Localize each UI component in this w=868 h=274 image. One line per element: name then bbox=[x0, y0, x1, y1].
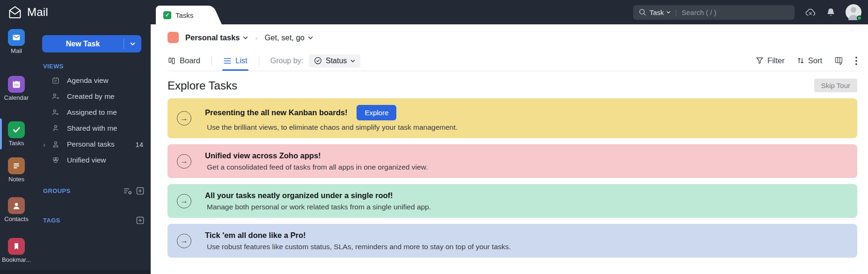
bookmark-icon bbox=[8, 238, 25, 255]
chevron-down-icon bbox=[666, 11, 671, 14]
banner-unified-view: → Unified view across Zoho apps! Get a c… bbox=[168, 144, 857, 178]
explore-header: Explore Tasks Skip Tour bbox=[168, 79, 857, 92]
cloud-offline-icon[interactable] bbox=[805, 7, 816, 17]
group-by-label: Group by: bbox=[270, 57, 303, 65]
sort-button[interactable]: Sort bbox=[797, 56, 822, 65]
online-status-dot bbox=[857, 15, 862, 21]
person-arrow-in-icon bbox=[51, 108, 61, 117]
banner-single-roof: → All your tasks neatly organized under … bbox=[168, 184, 857, 218]
logo-text: Mail bbox=[27, 6, 48, 19]
sidebar-item-unified-view[interactable]: Unified view bbox=[33, 152, 151, 168]
sort-arrows-icon bbox=[797, 57, 804, 65]
arrow-right-icon[interactable]: → bbox=[177, 234, 191, 248]
breadcrumb-list-dropdown[interactable]: Personal tasks bbox=[185, 33, 248, 42]
breadcrumb-separator: › bbox=[252, 34, 260, 42]
left-dark-panel: Mail Calendar Tasks bbox=[0, 24, 151, 274]
search-divider: | bbox=[674, 8, 678, 16]
filter-button[interactable]: Filter bbox=[756, 56, 785, 65]
contacts-icon bbox=[8, 197, 25, 214]
breadcrumb-view-dropdown[interactable]: Get, set, go bbox=[264, 33, 313, 42]
rail-item-mail[interactable]: Mail bbox=[0, 29, 33, 54]
columns-icon bbox=[834, 56, 843, 65]
rail-item-tasks[interactable]: Tasks bbox=[0, 121, 33, 147]
status-check-icon bbox=[314, 57, 322, 65]
sidebar-item-personal-tasks[interactable]: › Personal tasks 14 bbox=[33, 136, 151, 152]
banner-kanban: → Presenting the all new Kanban boards! … bbox=[168, 98, 857, 138]
mail-icon bbox=[8, 29, 25, 46]
add-tag-icon[interactable] bbox=[136, 216, 144, 224]
kebab-menu-icon bbox=[855, 57, 857, 65]
topbar-right: Task | Search ( / ) bbox=[633, 4, 868, 20]
person-share-icon bbox=[51, 124, 61, 133]
banner-title: All your tasks neatly organized under a … bbox=[205, 191, 393, 200]
avatar-silhouette bbox=[851, 7, 856, 13]
columns-button[interactable] bbox=[834, 56, 843, 65]
breadcrumb: Personal tasks › Get, set, go bbox=[168, 24, 857, 51]
search-scope-dropdown[interactable]: Task bbox=[649, 8, 671, 16]
banner-pro: → Tick 'em all done like a Pro! Use robu… bbox=[168, 224, 857, 258]
main-content: Personal tasks › Get, set, go Board List bbox=[151, 24, 868, 274]
search-icon bbox=[639, 8, 646, 16]
page-title: Explore Tasks bbox=[168, 79, 237, 92]
person-arrow-out-icon bbox=[51, 92, 61, 101]
group-by-status-dropdown[interactable]: Status bbox=[309, 54, 360, 67]
skip-tour-button[interactable]: Skip Tour bbox=[814, 79, 857, 92]
banner-title: Presenting the all new Kanban boards! bbox=[205, 108, 347, 117]
banner-subtitle: Use the brilliant views, to eliminate ch… bbox=[205, 123, 458, 132]
tour-banners: → Presenting the all new Kanban boards! … bbox=[168, 98, 857, 258]
chevron-down-icon bbox=[350, 59, 355, 62]
banner-title: Unified view across Zoho apps! bbox=[205, 151, 321, 160]
chevron-down-icon bbox=[243, 36, 248, 39]
arrow-right-icon[interactable]: → bbox=[177, 111, 191, 126]
sidebar-item-agenda-view[interactable]: Agenda view bbox=[33, 73, 151, 89]
chevron-down-icon bbox=[308, 36, 313, 39]
sidebar-bottom-strip bbox=[0, 270, 151, 274]
app-rail: Mail Calendar Tasks bbox=[0, 24, 33, 274]
unified-circles-icon bbox=[51, 156, 61, 164]
notifications-bell-icon[interactable] bbox=[826, 7, 835, 17]
banner-subtitle: Get a consolidated feed of tasks from al… bbox=[205, 163, 428, 171]
sidebar: New Task VIEWS Agenda view bbox=[33, 24, 151, 274]
person-icon bbox=[51, 140, 61, 148]
banner-subtitle: Use robust features like custom status, … bbox=[205, 243, 511, 251]
sidebar-item-created-by-me[interactable]: Created by me bbox=[33, 89, 151, 104]
rail-item-notes[interactable]: Notes bbox=[0, 157, 33, 183]
zoho-mail-logo[interactable]: Mail bbox=[0, 6, 48, 19]
board-icon bbox=[168, 57, 176, 65]
agenda-icon bbox=[51, 76, 61, 85]
filter-funnel-icon bbox=[756, 57, 764, 65]
personal-tasks-count: 14 bbox=[135, 141, 143, 148]
tab-list[interactable]: List bbox=[223, 51, 248, 71]
new-task-dropdown-icon[interactable] bbox=[124, 42, 141, 45]
tab-label: Tasks bbox=[175, 11, 193, 19]
new-task-button[interactable]: New Task bbox=[42, 35, 141, 52]
tasks-icon bbox=[8, 121, 25, 138]
arrow-right-icon[interactable]: → bbox=[177, 194, 191, 208]
manage-groups-icon[interactable] bbox=[123, 187, 132, 195]
add-group-icon[interactable] bbox=[136, 187, 144, 195]
user-avatar[interactable] bbox=[846, 4, 861, 20]
search-bar[interactable]: Task | Search ( / ) bbox=[633, 5, 795, 20]
more-options-button[interactable] bbox=[855, 57, 857, 65]
banner-subtitle: Manage both personal or work related tas… bbox=[205, 203, 431, 211]
tags-header: TAGS bbox=[43, 216, 151, 224]
mail-logo-icon bbox=[7, 6, 22, 19]
list-color-swatch bbox=[168, 32, 179, 43]
rail-item-contacts[interactable]: Contacts bbox=[0, 197, 33, 222]
topbar: Mail ✓ Tasks Task | Search ( / ) bbox=[0, 0, 868, 24]
views-header: VIEWS bbox=[43, 63, 151, 70]
tab-tasks[interactable]: ✓ Tasks bbox=[156, 6, 206, 24]
sidebar-item-assigned-to-me[interactable]: Assigned to me bbox=[33, 104, 151, 120]
groups-header: GROUPS bbox=[43, 187, 151, 195]
sidebar-item-shared-with-me[interactable]: Shared with me bbox=[33, 120, 151, 136]
search-input[interactable]: Search ( / ) bbox=[682, 8, 716, 16]
tab-board[interactable]: Board bbox=[168, 51, 200, 71]
rail-item-calendar[interactable]: Calendar bbox=[0, 76, 33, 101]
view-toolbar: Board List Group by: Status Fi bbox=[168, 51, 857, 71]
explore-button[interactable]: Explore bbox=[357, 105, 396, 120]
notes-icon bbox=[8, 157, 25, 174]
expand-chevron-icon[interactable]: › bbox=[43, 141, 45, 148]
zoho-mail-tasks-app: Mail ✓ Tasks Task | Search ( / ) bbox=[0, 0, 868, 274]
arrow-right-icon[interactable]: → bbox=[177, 154, 191, 169]
rail-item-bookmarks[interactable]: Bookmar... bbox=[0, 238, 33, 263]
